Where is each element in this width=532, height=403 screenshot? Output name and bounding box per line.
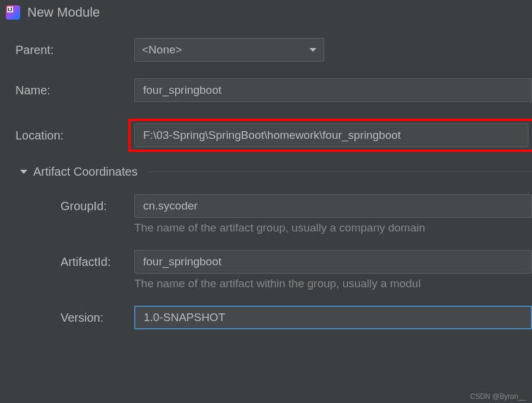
section-divider <box>147 172 532 172</box>
artifactid-label: ArtifactId: <box>61 255 134 269</box>
location-value: F:\03-Spring\SpringBoot\homework\four_sp… <box>143 129 401 142</box>
location-row: Location: F:\03-Spring\SpringBoot\homewo… <box>15 119 532 152</box>
parent-select[interactable]: <None> <box>134 38 324 62</box>
artifactid-value: four_springboot <box>143 255 221 268</box>
name-value: four_springboot <box>143 84 221 97</box>
parent-value: <None> <box>142 43 182 56</box>
intellij-icon <box>6 5 20 20</box>
artifact-section-title: Artifact Coordinates <box>33 165 138 179</box>
artifact-fields: GroupId: cn.sycoder The name of the arti… <box>15 194 532 329</box>
name-row: Name: four_springboot <box>15 78 532 102</box>
chevron-down-icon <box>20 170 27 174</box>
dialog-title: New Module <box>27 5 100 20</box>
name-label: Name: <box>15 84 134 97</box>
artifactid-input[interactable]: four_springboot <box>134 250 532 274</box>
groupid-input[interactable]: cn.sycoder <box>134 194 532 218</box>
version-value: 1.0-SNAPSHOT <box>144 311 225 324</box>
version-row: Version: 1.0-SNAPSHOT <box>61 306 532 329</box>
artifactid-row: ArtifactId: four_springboot <box>61 250 532 274</box>
groupid-hint: The name of the artifact group, usually … <box>134 221 532 234</box>
watermark: CSDN @Byron__ <box>470 392 526 401</box>
name-input[interactable]: four_springboot <box>134 78 532 102</box>
module-form: Parent: <None> Name: four_springboot Loc… <box>0 32 532 329</box>
groupid-value: cn.sycoder <box>143 199 198 212</box>
artifactid-hint: The name of the artifact within the grou… <box>134 277 532 290</box>
chevron-down-icon <box>309 48 316 52</box>
groupid-label: GroupId: <box>61 199 134 213</box>
location-input[interactable]: F:\03-Spring\SpringBoot\homework\four_sp… <box>134 123 528 147</box>
artifact-section-header[interactable]: Artifact Coordinates <box>20 165 532 179</box>
dialog-header: New Module <box>0 0 532 32</box>
version-input[interactable]: 1.0-SNAPSHOT <box>134 306 532 329</box>
version-label: Version: <box>61 311 134 325</box>
parent-row: Parent: <None> <box>15 38 532 62</box>
location-label: Location: <box>15 129 134 142</box>
parent-label: Parent: <box>15 43 134 57</box>
location-highlight: F:\03-Spring\SpringBoot\homework\four_sp… <box>128 119 532 152</box>
groupid-row: GroupId: cn.sycoder <box>61 194 532 218</box>
